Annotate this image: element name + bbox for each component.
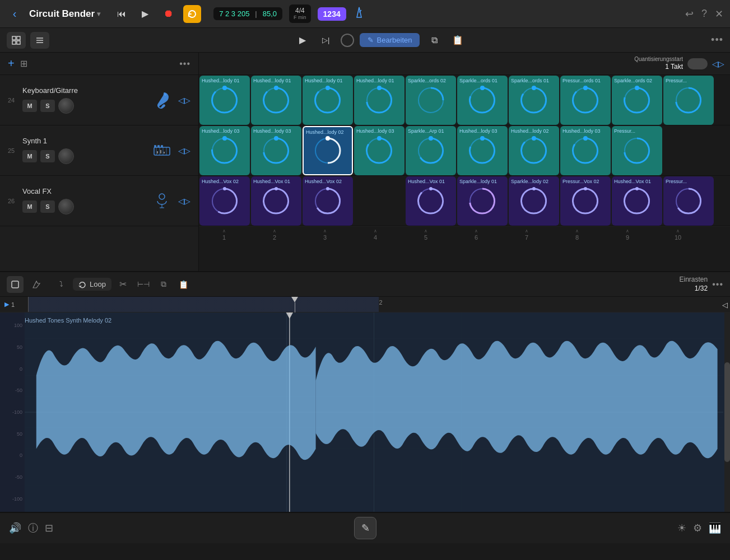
track-cell[interactable]: Sparkle...lody 02 [509,176,559,226]
mute-button-synth[interactable]: M [22,150,37,162]
track-cell[interactable]: Hushed...lody 03 [560,126,611,175]
track-cell[interactable]: Sparkle...ords 01 [457,76,508,125]
time-signature: 4/4 F min [289,4,311,23]
volume-knob-vocal[interactable] [58,199,74,214]
secondary-bar: ▶ ▷| ✎ Bearbeiten ⧉ 📋 ••• [0,28,730,53]
mute-button-vocal[interactable]: M [22,200,37,213]
insert-region-button[interactable]: ⤵ [53,276,69,293]
edit-mode-button[interactable]: ✎ Bearbeiten [360,33,420,47]
track-cell[interactable]: Hushed...lody 03 [251,126,301,175]
track-cell[interactable]: Hushed...Vox 02 [199,176,250,226]
project-title[interactable]: Circuit Bender ▾ [29,8,100,20]
track-item-synth: 25 Synth 1 M S ◁▷ [0,125,198,176]
top-bar: ‹ Circuit Bender ▾ ⏮ ▶ ⏺ 7 2 3 205 | 85,… [0,0,730,28]
transport-controls: ⏮ ▶ ⏺ [113,5,201,23]
timeline-bar[interactable]: 2 ◁ [28,297,730,312]
speaker-button[interactable]: 🔊 [9,522,21,534]
track-cell[interactable]: Hushed...Vox 01 [406,176,456,226]
play-from-start-button[interactable]: ▶ [294,32,311,49]
track-cell[interactable]: Sparkle...ords 02 [406,76,456,125]
help-icon[interactable]: ? [701,8,707,20]
mute-button-keyboard[interactable]: M [22,100,37,112]
y-label-50: 50 [0,344,25,350]
play-button[interactable]: ▶ [136,5,154,23]
loop-button[interactable] [183,5,201,23]
track-cell[interactable]: Sparkle...ords 02 [612,76,662,125]
sun-icon[interactable]: ☀ [677,522,686,534]
track-cell[interactable]: Hushed...lody 03 [354,126,404,175]
info-button[interactable]: ⓘ [28,521,38,535]
track-cell[interactable]: Hushed...Vox 01 [612,176,662,226]
track-cell[interactable]: Sparkle...lody 01 [457,176,508,226]
playhead[interactable] [295,297,301,312]
add-track-button[interactable]: + [8,57,15,70]
track-cell[interactable]: Hushed...lody 01 [354,76,404,125]
solo-button-synth[interactable]: S [40,150,55,162]
play-to-end-button[interactable]: ▷| [317,32,335,49]
track-cell[interactable]: Hushed...lody 01 [199,76,250,125]
sidebar-header: + ⊞ ••• [0,53,198,75]
track-cell[interactable]: Pressur... [663,76,714,125]
track-cell-selected[interactable]: Hushed...lody 02 [303,126,353,175]
volume-knob-synth[interactable] [58,148,74,164]
list-view-button[interactable] [30,32,49,49]
undo-icon[interactable]: ↩ [685,8,694,20]
stereo-pan-button-synth[interactable]: ◁▷ [178,144,190,157]
waveform-svg[interactable] [25,312,723,512]
trim-button[interactable]: ⊢⊣ [135,276,152,293]
track-info-keyboard: Keyboard/Gitarre M S [22,86,146,114]
key-display[interactable]: 1234 [318,7,346,21]
metronome-icon[interactable] [353,6,365,21]
solo-button-keyboard[interactable]: S [40,100,55,112]
timeline-header: ▶ 1 2 ◁ [0,297,730,312]
record-button[interactable]: ⏺ [160,5,178,23]
track-cell[interactable]: Sparkle...ords 01 [509,76,559,125]
track-cell[interactable]: Sparkle...Arp 01 [406,126,456,175]
piano-keyboard-icon[interactable]: 🎹 [709,522,721,534]
svg-point-24 [222,86,227,90]
track-cell[interactable]: Pressur...ords 01 [560,76,611,125]
duplicate-track-button[interactable]: ⊞ [20,58,27,69]
svg-point-37 [583,86,588,90]
vertical-scrollbar[interactable] [724,312,730,512]
sidebar-more-button[interactable]: ••• [179,59,190,69]
stereo-pan-button-keyboard[interactable]: ◁▷ [178,94,190,106]
track-cell[interactable]: Hushed...Vox 02 [303,176,353,226]
cut-button[interactable]: ✂ [115,276,132,293]
track-cell[interactable]: Pressur... [612,126,662,175]
rewind-button[interactable]: ⏮ [113,5,131,23]
pan-icon[interactable]: ◁▷ [712,59,724,68]
track-cell[interactable]: Hushed...lody 01 [251,76,301,125]
solo-button-vocal[interactable]: S [40,200,55,213]
scrollbar-thumb[interactable] [724,362,730,462]
close-icon[interactable]: ✕ [715,8,723,20]
loop-label: Loop [90,280,106,288]
track-cell[interactable]: Pressur...Vox 02 [560,176,611,226]
track-cell[interactable]: Hushed...lody 03 [457,126,508,175]
copy-region-button-2[interactable]: ⧉ [155,276,172,293]
back-button[interactable]: ‹ [7,6,22,22]
cycle-record-button[interactable] [341,34,354,47]
pencil-tool-button[interactable]: ✎ [354,517,376,539]
editor-tool-button[interactable] [28,276,45,293]
volume-knob-keyboard[interactable] [58,98,74,114]
track-cell[interactable]: Hushed...lody 02 [509,126,559,175]
grid-view-button[interactable] [7,32,26,49]
track-cell[interactable]: Hushed...lody 01 [303,76,353,125]
track-cell[interactable]: Hushed...Vox 01 [251,176,301,226]
paste-region-button[interactable]: 📋 [175,276,192,293]
quantize-toggle[interactable] [687,58,708,69]
editor-more-button[interactable]: ••• [712,279,723,290]
sliders-icon[interactable]: ⚙ [693,522,702,534]
track-cell[interactable]: Hushed...lody 03 [199,126,250,175]
editor-square-button[interactable] [7,276,24,293]
bottom-bar: 🔊 ⓘ ⊟ ✎ ☀ ⚙ 🎹 [0,512,730,543]
bottom-right-icons: ☀ ⚙ 🎹 [677,522,721,534]
stereo-pan-button-vocal[interactable]: ◁▷ [178,195,190,207]
paste-button[interactable]: 📋 [449,32,467,49]
layout-button[interactable]: ⊟ [45,522,53,534]
track-cell[interactable]: Pressur... [663,176,714,226]
loop-toggle-button[interactable]: Loop [73,278,111,291]
more-options-button[interactable]: ••• [711,34,723,46]
copy-region-button[interactable]: ⧉ [425,32,443,49]
